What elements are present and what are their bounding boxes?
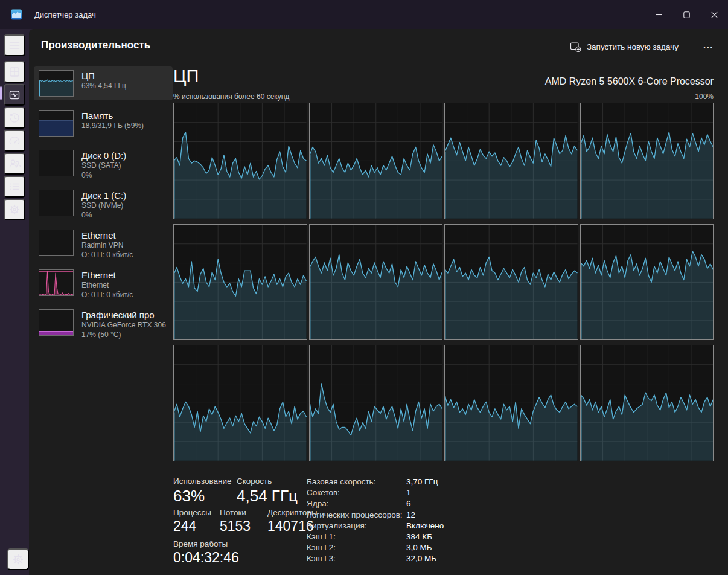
device-detail: О: 0 П: 0 кбит/с: [81, 251, 133, 260]
speed-label: Скорость: [237, 477, 272, 486]
device-detail: 18,9/31,9 ГБ (59%): [81, 121, 144, 131]
device-detail: NVIDIA GeForce RTX 306: [81, 321, 166, 330]
close-button[interactable]: [700, 0, 728, 29]
header-actions: Запустить новую задачу ...: [564, 36, 720, 57]
detail-label: Логических процессоров:: [307, 510, 406, 519]
cpu-section-title: ЦП: [173, 66, 199, 86]
sidebar-item-performance[interactable]: [4, 84, 25, 106]
detail-label: Сокетов:: [307, 488, 406, 497]
task-manager-app-icon: [10, 8, 22, 21]
chart-scale-max: 100%: [695, 92, 714, 101]
usage-value: 63%: [173, 487, 205, 506]
cpu-core-chart-5: [309, 224, 443, 341]
run-new-task-label: Запустить новую задачу: [587, 42, 679, 51]
main-panel: Производительность Запустить новую задач…: [29, 29, 728, 575]
speed-value: 4,54 ГГц: [237, 487, 298, 506]
device-detail: Ethernet: [81, 281, 133, 291]
device-item-disk0[interactable]: Диск 0 (D:)SSD (SATA)0%: [34, 146, 173, 180]
nav-rail: [0, 29, 29, 575]
device-name: Ethernet: [81, 230, 133, 241]
cpu-core-chart-11: [580, 345, 714, 461]
detail-value: Включено: [406, 521, 444, 530]
settings-button[interactable]: [7, 548, 29, 570]
detail-label: Кэш L1:: [307, 532, 406, 541]
device-detail: 0%: [81, 171, 126, 181]
sidebar-item-processes[interactable]: [4, 61, 25, 83]
processes-label: Процессы: [173, 508, 211, 517]
device-item-ethernet[interactable]: EthernetEthernetО: 0 П: 0 кбит/с: [34, 266, 173, 300]
device-detail: 0%: [81, 211, 126, 220]
device-name: Ethernet: [81, 269, 133, 281]
performance-icon: [8, 89, 21, 101]
detail-row: Виртуализация:Включено: [307, 521, 566, 532]
cpu-core-chart-2: [444, 103, 578, 219]
device-name: Диск 1 (C:): [81, 190, 126, 201]
device-item-memory[interactable]: Память18,9/31,9 ГБ (59%): [34, 106, 173, 140]
detail-row: Логических процессоров:12: [307, 510, 566, 521]
header-divider: [691, 40, 691, 53]
cpu-core-chart-6: [444, 224, 578, 341]
detail-value: 12: [406, 510, 415, 519]
cpu-core-chart-0: [173, 103, 307, 219]
device-detail: SSD (NVMe): [81, 201, 126, 211]
users-icon: [8, 158, 21, 170]
cpu-core-chart-4: [173, 224, 307, 341]
details-list-icon: [8, 181, 21, 193]
close-icon: [711, 11, 718, 18]
ethernet-vpn-mini-graph: [39, 230, 74, 256]
new-task-icon: [570, 41, 581, 53]
window-controls: [645, 0, 728, 29]
detail-value: 1: [406, 488, 411, 497]
detail-row: Кэш L2:3,0 МБ: [307, 543, 566, 554]
more-options-button[interactable]: ...: [697, 37, 720, 56]
sidebar-item-services[interactable]: [4, 199, 25, 220]
detail-row: Кэш L1:384 КБ: [307, 532, 566, 543]
detail-label: Виртуализация:: [307, 521, 406, 530]
sidebar-item-users[interactable]: [4, 153, 25, 175]
gauge-icon: [8, 135, 21, 147]
ethernet-mini-graph: [39, 269, 74, 296]
uptime-label: Время работы: [173, 539, 228, 548]
settings-gear-icon: [12, 553, 24, 565]
processes-value: 244: [173, 518, 196, 535]
usage-label: Использование: [173, 477, 231, 486]
device-item-disk1[interactable]: Диск 1 (C:)SSD (NVMe)0%: [34, 186, 173, 220]
device-item-cpu[interactable]: ЦП63% 4,54 ГГц: [34, 66, 173, 100]
detail-row: Кэш L3:32,0 МБ: [307, 554, 566, 565]
chart-caption: % использования более 60 секунд: [173, 92, 289, 101]
cpu-core-chart-9: [309, 345, 443, 461]
maximize-icon: [683, 11, 690, 18]
titlebar: Диспетчер задач: [0, 0, 728, 29]
memory-mini-graph: [39, 110, 74, 137]
device-name: Память: [81, 110, 144, 121]
run-new-task-button[interactable]: Запустить новую задачу: [564, 37, 685, 56]
sidebar-item-startup-apps[interactable]: [4, 130, 25, 152]
uptime-value: 0:04:32:46: [173, 550, 239, 566]
disk0-mini-graph: [39, 150, 74, 176]
cpu-core-chart-1: [309, 103, 443, 219]
threads-value: 5153: [220, 518, 251, 535]
cpu-core-chart-8: [173, 345, 307, 461]
cpu-core-chart-10: [444, 345, 578, 461]
device-name: Графический про: [81, 309, 166, 321]
device-item-gpu[interactable]: Графический проNVIDIA GeForce RTX 30617%…: [34, 306, 173, 339]
cpu-mini-graph: [39, 70, 74, 97]
device-name: ЦП: [81, 70, 126, 82]
sidebar-item-app-history[interactable]: [4, 107, 25, 129]
device-item-ethernet-vpn[interactable]: EthernetRadmin VPNО: 0 П: 0 кбит/с: [34, 226, 173, 260]
minimize-button[interactable]: [645, 0, 672, 29]
device-detail: SSD (SATA): [81, 161, 126, 171]
sidebar-item-details[interactable]: [4, 176, 25, 198]
menu-toggle-button[interactable]: [4, 34, 25, 56]
detail-value: 6: [406, 499, 411, 508]
detail-value: 3,70 ГГц: [406, 477, 438, 486]
device-list: ЦП63% 4,54 ГГц Память18,9/31,9 ГБ (59%) …: [34, 66, 173, 345]
device-name: Диск 0 (D:): [81, 150, 126, 161]
minimize-icon: [656, 11, 662, 18]
maximize-button[interactable]: [672, 0, 700, 29]
detail-value: 32,0 МБ: [406, 554, 436, 563]
page-title: Производительность: [41, 39, 150, 51]
gpu-mini-graph: [39, 309, 74, 336]
device-detail: Radmin VPN: [81, 241, 133, 251]
cpu-processor-name: AMD Ryzen 5 5600X 6-Core Processor: [545, 76, 714, 87]
